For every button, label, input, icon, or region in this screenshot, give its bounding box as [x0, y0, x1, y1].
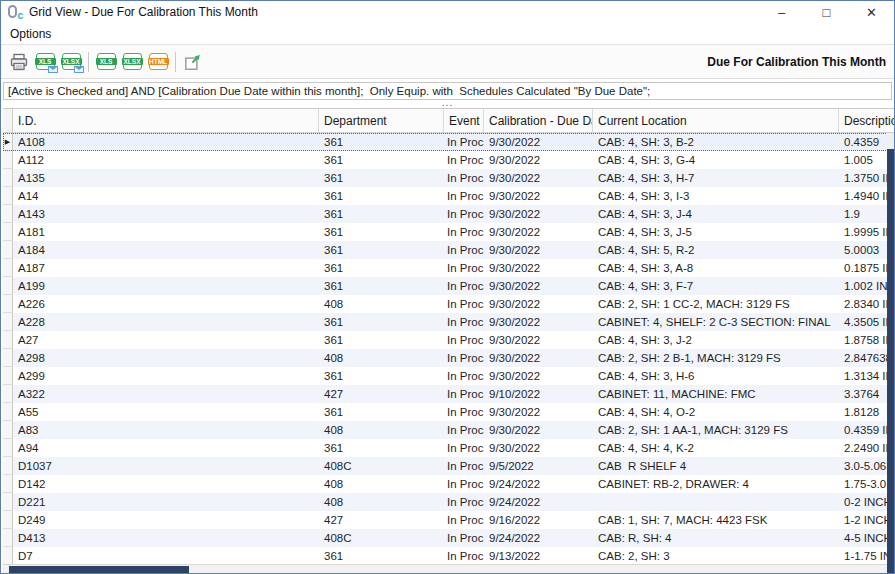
cell-event[interactable]: In Proc: [444, 259, 484, 277]
cell-id[interactable]: D221: [13, 493, 319, 511]
cell-department[interactable]: 408: [319, 349, 444, 367]
table-row[interactable]: A55361In Proc9/30/2022CAB: 4, SH: 4, O-2…: [3, 403, 894, 421]
row-selector-cell[interactable]: [3, 421, 13, 439]
table-row[interactable]: D413408CIn Proc9/24/2022CAB: R, SH: 44-5…: [3, 529, 894, 547]
cell-id[interactable]: D7: [13, 547, 319, 565]
cell-description[interactable]: 1.002 INC: [839, 277, 894, 295]
table-row[interactable]: D142408In Proc9/24/2022CABINET: RB-2, DR…: [3, 475, 894, 493]
column-header-due-date[interactable]: Calibration - Due Date: [484, 109, 593, 132]
cell-id[interactable]: A135: [13, 169, 319, 187]
cell-id[interactable]: A184: [13, 241, 319, 259]
table-row[interactable]: A184361In Proc9/30/2022CAB: 4, SH: 5, R-…: [3, 241, 894, 259]
cell-location[interactable]: [593, 493, 839, 511]
cell-id[interactable]: D1037: [13, 457, 319, 475]
cell-id[interactable]: A228: [13, 313, 319, 331]
cell-description[interactable]: 3.0-5.063: [839, 457, 894, 475]
cell-event[interactable]: In Proc: [444, 205, 484, 223]
cell-due[interactable]: 9/30/2022: [484, 367, 593, 385]
cell-location[interactable]: CAB: 4, SH: 3, H-6: [593, 367, 839, 385]
cell-event[interactable]: In Proc: [444, 223, 484, 241]
cell-description[interactable]: 1-2 INCH,: [839, 511, 894, 529]
cell-location[interactable]: CABINET: 11, MACHINE: FMC: [593, 385, 839, 403]
cell-event[interactable]: In Proc: [444, 511, 484, 529]
cell-event[interactable]: In Proc: [444, 403, 484, 421]
cell-description[interactable]: 1.75-3.0 -: [839, 475, 894, 493]
cell-event[interactable]: In Proc: [444, 421, 484, 439]
cell-description[interactable]: 0.1875 INC: [839, 259, 894, 277]
cell-location[interactable]: CAB: 4, SH: 3, A-8: [593, 259, 839, 277]
cell-due[interactable]: 9/30/2022: [484, 277, 593, 295]
cell-id[interactable]: D413: [13, 529, 319, 547]
row-selector-cell[interactable]: [3, 403, 13, 421]
cell-due[interactable]: 9/30/2022: [484, 403, 593, 421]
cell-location[interactable]: CAB: 4, SH: 3, B-2: [593, 133, 839, 151]
cell-department[interactable]: 427: [319, 385, 444, 403]
cell-event[interactable]: In Proc: [444, 295, 484, 313]
cell-id[interactable]: A55: [13, 403, 319, 421]
table-row[interactable]: D221408In Proc9/24/20220-2 INCH,: [3, 493, 894, 511]
email-xlsx-button[interactable]: XLSX: [58, 49, 84, 75]
cell-due[interactable]: 9/10/2022: [484, 385, 593, 403]
cell-department[interactable]: 408: [319, 295, 444, 313]
vertical-scrollbar[interactable]: [887, 133, 894, 573]
row-selector-cell[interactable]: [3, 205, 13, 223]
cell-department[interactable]: 361: [319, 205, 444, 223]
cell-department[interactable]: 427: [319, 511, 444, 529]
cell-department[interactable]: 408C: [319, 529, 444, 547]
cell-location[interactable]: CAB: 4, SH: 3, J-4: [593, 205, 839, 223]
cell-due[interactable]: 9/30/2022: [484, 151, 593, 169]
cell-department[interactable]: 361: [319, 331, 444, 349]
cell-location[interactable]: CAB: 4, SH: 4, O-2: [593, 403, 839, 421]
cell-location[interactable]: CAB: 4, SH: 5, R-2: [593, 241, 839, 259]
cell-event[interactable]: In Proc: [444, 187, 484, 205]
cell-department[interactable]: 408C: [319, 457, 444, 475]
cell-location[interactable]: CABINET: 4, SHELF: 2 C-3 SECTION: FINAL: [593, 313, 839, 331]
table-row[interactable]: A181361In Proc9/30/2022CAB: 4, SH: 3, J-…: [3, 223, 894, 241]
cell-description[interactable]: 1.9: [839, 205, 894, 223]
cell-due[interactable]: 9/30/2022: [484, 349, 593, 367]
table-row[interactable]: A228361In Proc9/30/2022CABINET: 4, SHELF…: [3, 313, 894, 331]
cell-description[interactable]: 0.4359 INC: [839, 421, 894, 439]
cell-due[interactable]: 9/30/2022: [484, 187, 593, 205]
cell-description[interactable]: 1.3750 INC: [839, 169, 894, 187]
table-row[interactable]: D7361In Proc9/13/2022CAB: 2, SH: 31-1.75…: [3, 547, 894, 565]
row-selector-cell[interactable]: [3, 349, 13, 367]
horizontal-scrollbar-thumb[interactable]: [9, 566, 189, 573]
cell-due[interactable]: 9/24/2022: [484, 475, 593, 493]
cell-event[interactable]: In Proc: [444, 457, 484, 475]
cell-event[interactable]: In Proc: [444, 475, 484, 493]
table-row[interactable]: A226408In Proc9/30/2022CAB: 2, SH: 1 CC-…: [3, 295, 894, 313]
cell-due[interactable]: 9/30/2022: [484, 295, 593, 313]
cell-department[interactable]: 361: [319, 547, 444, 565]
cell-department[interactable]: 408: [319, 493, 444, 511]
row-selector-cell[interactable]: [3, 241, 13, 259]
row-selector-cell[interactable]: [3, 295, 13, 313]
cell-department[interactable]: 361: [319, 277, 444, 295]
cell-description[interactable]: 1-1.75 INC: [839, 547, 894, 565]
table-row[interactable]: A94361In Proc9/30/2022CAB: 4, SH: 4, K-2…: [3, 439, 894, 457]
cell-id[interactable]: A199: [13, 277, 319, 295]
cell-description[interactable]: 4.3505 INC: [839, 313, 894, 331]
column-header-description[interactable]: Description: [839, 109, 894, 132]
export-xls-button[interactable]: XLS: [93, 49, 119, 75]
cell-event[interactable]: In Proc: [444, 439, 484, 457]
cell-location[interactable]: CAB: 4, SH: 3, H-7: [593, 169, 839, 187]
table-row[interactable]: A27361In Proc9/30/2022CAB: 4, SH: 3, J-2…: [3, 331, 894, 349]
cell-event[interactable]: In Proc: [444, 151, 484, 169]
cell-id[interactable]: A27: [13, 331, 319, 349]
cell-id[interactable]: A108: [13, 133, 319, 151]
cell-location[interactable]: CAB: 4, SH: 4, K-2: [593, 439, 839, 457]
cell-id[interactable]: A322: [13, 385, 319, 403]
table-row[interactable]: ▶A108361In Proc9/30/2022CAB: 4, SH: 3, B…: [3, 133, 894, 151]
cell-location[interactable]: CAB: 4, SH: 3, J-5: [593, 223, 839, 241]
cell-id[interactable]: A94: [13, 439, 319, 457]
cell-due[interactable]: 9/30/2022: [484, 241, 593, 259]
cell-department[interactable]: 361: [319, 241, 444, 259]
column-header-department[interactable]: Department: [319, 109, 444, 132]
cell-due[interactable]: 9/30/2022: [484, 421, 593, 439]
cell-id[interactable]: A299: [13, 367, 319, 385]
cell-description[interactable]: 2.2490 INC: [839, 439, 894, 457]
cell-due[interactable]: 9/13/2022: [484, 547, 593, 565]
cell-event[interactable]: In Proc: [444, 169, 484, 187]
cell-event[interactable]: In Proc: [444, 385, 484, 403]
